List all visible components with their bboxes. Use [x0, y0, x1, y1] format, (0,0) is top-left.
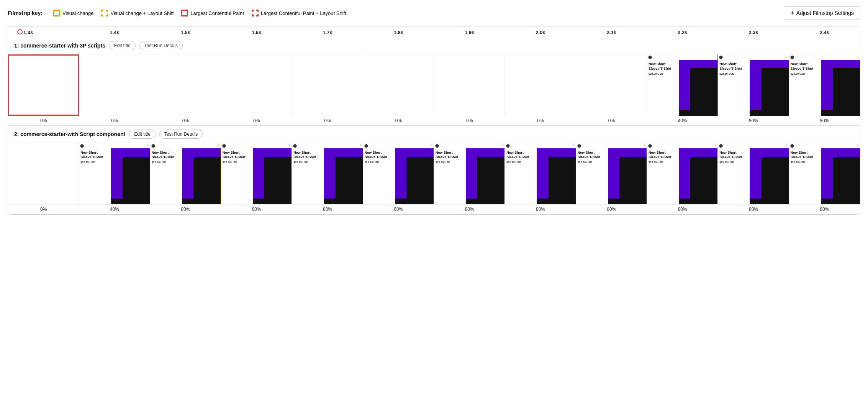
timeline-tick-0: 1.3s	[8, 30, 79, 35]
plus-icon: +	[790, 10, 794, 16]
timeline-tick-11: 2.4s	[789, 30, 860, 35]
run2-frame-8[interactable]: ⬤ ≡ New Short Sleeve T-Shirt $25.99 USD …	[576, 143, 647, 204]
legend-lcp: Largest Contentful Paint	[181, 10, 244, 16]
run2-pct-3: 80%	[221, 205, 292, 214]
visual-change-label: Visual change	[62, 10, 93, 16]
run2-header: 2: commerce-starter-with Script componen…	[8, 126, 860, 143]
run1-title: 1: commerce-starter-with 3P scripts	[14, 43, 105, 49]
run1-pct-3: 0%	[221, 116, 292, 125]
run2-pct-4: 80%	[292, 205, 363, 214]
run2-pct-6: 80%	[434, 205, 505, 214]
legend-visual-change: Visual change	[53, 10, 93, 16]
run1-section: 1: commerce-starter-with 3P scripts Edit…	[8, 37, 860, 126]
run2-pct-8: 80%	[576, 205, 647, 214]
run1-frame-6[interactable]	[434, 54, 505, 116]
run1-pct-4: 0%	[292, 116, 363, 125]
run2-pct-row: 0%40%80%80%80%80%80%80%80%80%80%80%	[8, 204, 860, 214]
run1-pct-1: 0%	[79, 116, 150, 125]
run2-frame-0[interactable]	[8, 143, 79, 204]
legend-bar: Filmstrip key: Visual change Visual chan…	[8, 6, 860, 20]
run1-pct-2: 0%	[150, 116, 221, 125]
run1-frame-0[interactable]	[8, 54, 79, 116]
run2-pct-10: 80%	[718, 205, 789, 214]
lcp-icon	[181, 10, 188, 16]
run1-pct-10: 80%	[718, 116, 789, 125]
run1-header: 1: commerce-starter-with 3P scripts Edit…	[8, 37, 860, 54]
timeline-tick-3: 1.6s	[221, 30, 292, 35]
run1-edit-title-button[interactable]: Edit title	[109, 41, 136, 50]
run2-pct-7: 80%	[505, 205, 576, 214]
run1-frame-8[interactable]	[576, 54, 647, 116]
adjust-filmstrip-button[interactable]: + Adjust Filmstrip Settings	[784, 6, 860, 20]
run2-title: 2: commerce-starter-with Script componen…	[14, 131, 125, 137]
run1-frame-1[interactable]	[79, 54, 150, 116]
visual-change-ls-label: Visual change + Layout Shift	[110, 10, 174, 16]
run1-pct-11: 80%	[789, 116, 860, 125]
run1-pct-5: 0%	[363, 116, 434, 125]
filmstrip-key-label: Filmstrip key:	[8, 10, 43, 16]
run2-frame-7[interactable]: ⬤ ≡ New Short Sleeve T-Shirt $25.99 USD …	[505, 143, 576, 204]
run2-frame-3[interactable]: ⬤ ≡ New Short Sleeve T-Shirt $25.99 USD …	[221, 143, 292, 204]
run2-frame-1[interactable]: ⬤ ≡ New Short Sleeve T-Shirt $25.99 USD …	[79, 143, 150, 204]
run2-test-run-button[interactable]: Test Run Details	[159, 130, 203, 139]
run1-frame-9[interactable]: ⬤ ≡ New Short Sleeve T-Shirt $25.99 USD …	[647, 54, 718, 116]
visual-change-icon	[53, 10, 60, 16]
run2-frame-2[interactable]: ⬤ ≡ New Short Sleeve T-Shirt $25.99 USD …	[150, 143, 221, 204]
run2-pct-1: 40%	[79, 205, 150, 214]
run1-frames-row: ⬤ ≡ New Short Sleeve T-Shirt $25.99 USD …	[8, 54, 860, 116]
run1-frame-10[interactable]: ⬤ ≡ New Short Sleeve T-Shirt $25.99 USD …	[718, 54, 789, 116]
run2-frame-4[interactable]: ⬤ ≡ New Short Sleeve T-Shirt $25.99 USD …	[292, 143, 363, 204]
run1-frame-2[interactable]	[150, 54, 221, 116]
lcp-ls-label: Largest Contentful Paint + Layout Shift	[261, 10, 346, 16]
run2-frame-11[interactable]: ⬤ ≡ New Short Sleeve T-Shirt $25.99 USD …	[789, 143, 860, 204]
run1-pct-row: 0%0%0%0%0%0%0%0%0%40%80%80%	[8, 116, 860, 125]
timeline-tick-7: 2.0s	[505, 30, 576, 35]
page-wrapper: Filmstrip key: Visual change Visual chan…	[0, 0, 868, 221]
run1-frame-3[interactable]	[221, 54, 292, 116]
run1-pct-6: 0%	[434, 116, 505, 125]
run2-pct-11: 80%	[789, 205, 860, 214]
legend-lcp-ls: Largest Contentful Paint + Layout Shift	[252, 10, 346, 16]
run2-pct-5: 80%	[363, 205, 434, 214]
timeline-tick-2: 1.5s	[150, 30, 221, 35]
run2-frames-row: ⬤ ≡ New Short Sleeve T-Shirt $25.99 USD …	[8, 143, 860, 204]
visual-change-ls-icon	[101, 10, 108, 16]
run2-frame-9[interactable]: ⬤ ≡ New Short Sleeve T-Shirt $25.99 USD …	[647, 143, 718, 204]
run1-frame-5[interactable]	[363, 54, 434, 116]
timeline-tick-9: 2.2s	[647, 30, 718, 35]
timeline-tick-6: 1.9s	[434, 30, 505, 35]
legend-items: Filmstrip key: Visual change Visual chan…	[8, 10, 346, 16]
run2-section: 2: commerce-starter-with Script componen…	[8, 126, 860, 214]
legend-visual-change-ls: Visual change + Layout Shift	[101, 10, 174, 16]
run2-frame-6[interactable]: ⬤ ≡ New Short Sleeve T-Shirt $25.99 USD …	[434, 143, 505, 204]
timeline-tick-1: 1.4s	[79, 30, 150, 35]
run1-pct-7: 0%	[505, 116, 576, 125]
run1-frame-4[interactable]	[292, 54, 363, 116]
timeline-tick-8: 2.1s	[576, 30, 647, 35]
run1-pct-0: 0%	[8, 116, 79, 125]
timeline-tick-5: 1.8s	[363, 30, 434, 35]
run1-test-run-button[interactable]: Test Run Details	[139, 41, 183, 50]
timeline-tick-10: 2.3s	[718, 30, 789, 35]
run2-pct-9: 80%	[647, 205, 718, 214]
run1-frame-11[interactable]: ⬤ ≡ New Short Sleeve T-Shirt $25.99 USD …	[789, 54, 860, 116]
timeline-header: 1.3s1.4s1.5s1.6s1.7s1.8s1.9s2.0s2.1s2.2s…	[8, 26, 860, 37]
run2-pct-0: 0%	[8, 205, 79, 214]
filmstrip-container: 1.3s1.4s1.5s1.6s1.7s1.8s1.9s2.0s2.1s2.2s…	[8, 26, 860, 215]
run2-frame-5[interactable]: ⬤ ≡ New Short Sleeve T-Shirt $25.99 USD …	[363, 143, 434, 204]
adjust-filmstrip-label: Adjust Filmstrip Settings	[796, 10, 854, 16]
run2-frame-10[interactable]: ⬤ ≡ New Short Sleeve T-Shirt $25.99 USD …	[718, 143, 789, 204]
run1-pct-8: 0%	[576, 116, 647, 125]
run2-pct-2: 80%	[150, 205, 221, 214]
run2-edit-title-button[interactable]: Edit title	[129, 130, 156, 139]
run1-frame-7[interactable]	[505, 54, 576, 116]
run1-pct-9: 40%	[647, 116, 718, 125]
lcp-label: Largest Contentful Paint	[190, 10, 244, 16]
timeline-tick-4: 1.7s	[292, 30, 363, 35]
lcp-ls-icon	[252, 10, 259, 16]
